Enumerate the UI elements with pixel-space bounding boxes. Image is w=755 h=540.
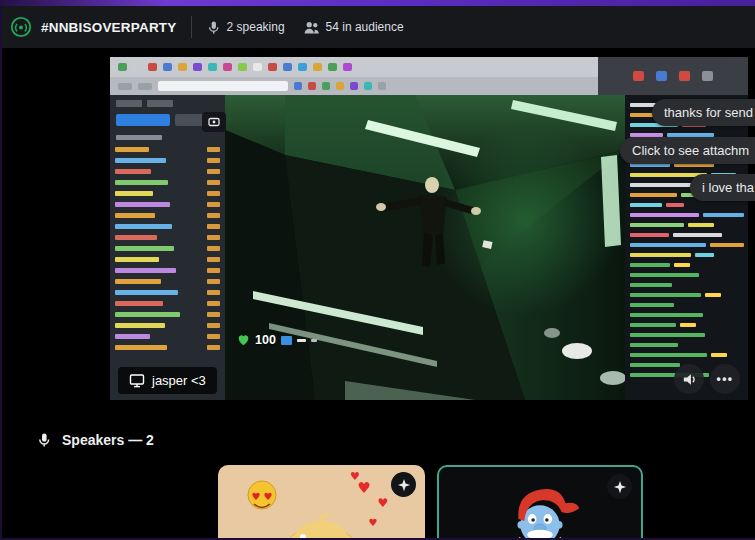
server-list-row — [110, 331, 225, 342]
svg-text:♥: ♥ — [369, 517, 378, 528]
chat-line — [625, 330, 748, 340]
header-divider — [191, 16, 192, 38]
channel-header: #NNBISOVERPARTY 2 speaking — [0, 6, 755, 48]
star-badge-icon[interactable] — [391, 472, 416, 497]
server-list-row — [110, 210, 225, 221]
microphone-icon — [206, 20, 221, 35]
server-list-row — [110, 188, 225, 199]
speaker-icon — [681, 371, 698, 388]
chat-line — [625, 240, 748, 250]
server-list-header — [116, 135, 162, 140]
server-browser-panel — [110, 95, 225, 400]
speaking-stat: 2 speaking — [206, 20, 285, 35]
server-list-row — [110, 265, 225, 276]
camera-icon — [208, 117, 220, 127]
stage-channel-page: #NNBISOVERPARTY 2 speaking — [0, 0, 755, 540]
server-list-row — [110, 166, 225, 177]
hud-mini-stat — [311, 339, 317, 342]
server-list-row — [110, 309, 225, 320]
heart-icon — [237, 334, 250, 346]
stage-channel-icon — [10, 16, 32, 38]
stream-more-button[interactable]: ••• — [710, 364, 740, 394]
chat-message-text: Click to see attachm — [632, 143, 749, 158]
ellipsis-icon: ••• — [716, 372, 733, 386]
hud-mini-stat — [297, 339, 306, 342]
people-icon — [303, 20, 320, 35]
health-value: 100 — [255, 333, 276, 347]
chat-line — [625, 210, 748, 220]
chat-line — [625, 270, 748, 280]
audience-count: 54 in audience — [326, 20, 404, 34]
server-list-row — [110, 221, 225, 232]
chat-line — [625, 220, 748, 230]
chat-line — [625, 340, 748, 350]
chat-line — [625, 260, 748, 270]
svg-text:♥: ♥ — [264, 491, 273, 502]
chat-overlay-message[interactable]: i love tha — [690, 174, 755, 201]
chat-line — [625, 320, 748, 330]
speakers-header: Speakers — 2 — [0, 418, 755, 448]
server-list-row — [110, 320, 225, 331]
chat-overlay-message[interactable]: thanks for send — [652, 99, 755, 126]
chat-line — [625, 310, 748, 320]
stream-mini-overlay — [202, 112, 226, 132]
stage-area: 100 — [0, 48, 755, 418]
chat-overlay-message[interactable]: Click to see attachm — [620, 137, 755, 164]
health-hud: 100 — [237, 333, 317, 347]
server-list-row — [110, 342, 225, 353]
server-list-row — [110, 155, 225, 166]
speaker-card[interactable]: ♥ ♥ ♥ ♥ ♥ ♥ — [218, 465, 425, 540]
microphone-icon — [36, 432, 52, 448]
server-list-row — [110, 276, 225, 287]
server-list-row — [110, 232, 225, 243]
chat-line — [625, 290, 748, 300]
server-list-row — [110, 199, 225, 210]
chat-line — [625, 200, 748, 210]
shared-screen-toolbar-dark-segment — [598, 57, 748, 95]
streamer-name: jasper <3 — [152, 373, 206, 388]
server-browser-primary-button — [116, 114, 170, 126]
server-list-row — [110, 144, 225, 155]
svg-text:♥: ♥ — [378, 496, 389, 510]
server-list — [110, 144, 225, 353]
chat-line — [625, 230, 748, 240]
speaker-card[interactable] — [437, 465, 643, 540]
channel-name: #NNBISOVERPARTY — [41, 20, 177, 35]
speakers-title: Speakers — 2 — [62, 432, 154, 448]
server-list-row — [110, 287, 225, 298]
chat-line — [625, 300, 748, 310]
audience-stat: 54 in audience — [303, 20, 404, 35]
server-browser-tabs — [110, 95, 225, 110]
game-scene — [225, 95, 625, 400]
window-accent-strip — [0, 0, 755, 6]
streamer-label-pill: jasper <3 — [118, 367, 217, 394]
speakers-section: Speakers — 2 — [0, 418, 755, 540]
star-badge-icon[interactable] — [607, 474, 632, 499]
server-list-row — [110, 243, 225, 254]
chat-message-text: thanks for send — [664, 105, 753, 120]
chat-message-text: i love tha — [702, 180, 754, 195]
window-left-edge — [0, 6, 2, 540]
game-viewport: 100 — [225, 95, 625, 400]
stream-volume-button[interactable] — [674, 364, 704, 394]
svg-text:♥: ♥ — [252, 491, 261, 502]
speaking-count: 2 speaking — [227, 20, 285, 34]
chat-line — [625, 350, 748, 360]
screen-icon — [129, 373, 145, 388]
server-list-row — [110, 254, 225, 265]
chat-line — [625, 280, 748, 290]
svg-text:♥: ♥ — [350, 470, 360, 483]
server-list-row — [110, 298, 225, 309]
speaker-cards: ♥ ♥ ♥ ♥ ♥ ♥ — [53, 465, 755, 540]
hud-blue-chip — [281, 336, 292, 345]
server-list-row — [110, 177, 225, 188]
chat-line — [625, 250, 748, 260]
